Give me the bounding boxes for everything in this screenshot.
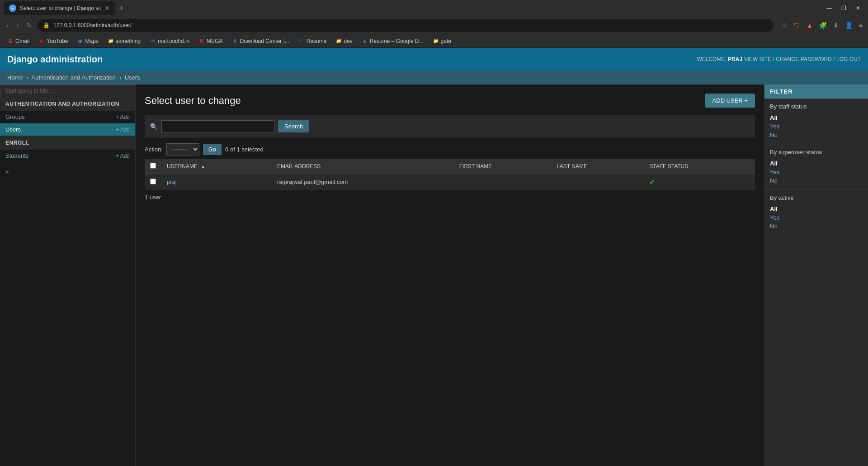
sidebar-item-groups[interactable]: Groups + Add: [0, 111, 135, 123]
sidebar-students-add[interactable]: + Add: [116, 153, 130, 159]
sidebar-students-link[interactable]: Students: [5, 152, 28, 159]
selected-count: 0 of 1 selected: [225, 146, 264, 153]
bookmark-maps-label: Maps: [85, 38, 99, 44]
filter-active-all[interactable]: All: [770, 205, 863, 213]
browser-toolbar: ‹ › ↻ 🔒 127.0.0.1:8000/admin/auth/user/ …: [0, 16, 868, 34]
breadcrumb-auth[interactable]: Authentication and Authorization: [32, 74, 116, 81]
minimize-btn[interactable]: —: [823, 2, 835, 14]
row-checkbox-cell[interactable]: [145, 174, 161, 190]
action-row: Action: -------- Go 0 of 1 selected: [145, 143, 755, 155]
bookmark-maps[interactable]: ◉ Maps: [74, 37, 102, 45]
result-count: 1 user: [145, 194, 755, 201]
add-user-button[interactable]: ADD USER +: [705, 94, 755, 108]
log-out-link[interactable]: LOG OUT: [836, 56, 861, 62]
sidebar-filter-input[interactable]: [0, 85, 135, 97]
content-area: Select user to change ADD USER + 🔍 Searc…: [136, 85, 764, 466]
sidebar-groups-link[interactable]: Groups: [5, 113, 25, 120]
bookmark-gate[interactable]: 📁 gate: [429, 37, 455, 45]
row-lastname-cell: [551, 174, 644, 190]
table-header-row: USERNAME ▲ EMAIL ADDRESS FIRST NAME LAST…: [145, 159, 755, 174]
browser-titlebar: ● Select user to change | Django sit ✕ +…: [0, 0, 868, 16]
bookmark-mega[interactable]: M MEGA: [195, 37, 226, 45]
main-content: AUTHENTICATION AND AUTHORIZATION Groups …: [0, 85, 868, 466]
sidebar-collapse-btn[interactable]: «: [4, 166, 11, 177]
sidebar-item-students[interactable]: Students + Add: [0, 150, 135, 162]
bookmark-downloadcenter[interactable]: A Download Center |...: [228, 37, 293, 45]
bookmark-youtube[interactable]: ▶ YouTube: [35, 37, 71, 45]
reload-btn[interactable]: ↻: [24, 20, 35, 31]
sidebar-item-users[interactable]: Users + Add: [0, 123, 135, 136]
th-lastname: LAST NAME: [551, 159, 644, 174]
breadcrumb-sep-1: ›: [26, 74, 28, 81]
search-icon: 🔍: [150, 123, 158, 130]
row-firstname-cell: [454, 174, 551, 190]
filter-staff-all[interactable]: All: [770, 113, 863, 122]
action-select[interactable]: --------: [166, 143, 199, 155]
tab-title: Select user to change | Django sit: [20, 5, 101, 11]
filter-superuser-yes[interactable]: Yes: [770, 168, 863, 176]
select-all-checkbox[interactable]: [150, 163, 156, 169]
sidebar-users-add[interactable]: + Add: [116, 127, 130, 133]
filter-active-no[interactable]: No: [770, 222, 863, 231]
active-tab[interactable]: ● Select user to change | Django sit ✕: [4, 1, 115, 15]
action-label: Action:: [145, 146, 163, 153]
th-select-all[interactable]: [145, 159, 161, 174]
row-checkbox[interactable]: [150, 179, 156, 184]
page-title: Select user to change: [145, 95, 241, 107]
sidebar-section-auth: AUTHENTICATION AND AUTHORIZATION: [0, 97, 135, 111]
bookmark-resumegoogle[interactable]: ▲ Resume – Google D...: [358, 37, 427, 45]
tab-close-btn[interactable]: ✕: [104, 5, 110, 12]
extensions-icon[interactable]: 🧩: [817, 20, 829, 31]
browser-toolbar-icons: ☆ 🛡 ▲ 🧩 ⬇ 👤 ≡: [780, 20, 864, 31]
maximize-btn[interactable]: ❐: [837, 2, 850, 14]
bookmark-mailcuchd-label: mail.cuchd.in: [158, 38, 189, 44]
filter-staff-no[interactable]: No: [770, 131, 863, 139]
filter-section-active: By active All Yes No: [764, 190, 868, 235]
lock-icon: 🔒: [43, 22, 50, 28]
bookmark-mailcuchd[interactable]: ✉ mail.cuchd.in: [146, 37, 193, 45]
downloads-icon[interactable]: ⬇: [831, 20, 840, 31]
filter-staff-yes[interactable]: Yes: [770, 122, 863, 131]
th-username[interactable]: USERNAME ▲: [161, 159, 272, 174]
filter-active-yes[interactable]: Yes: [770, 213, 863, 222]
profile-icon[interactable]: 👤: [843, 20, 854, 31]
page: Django administration WELCOME, PRAJ VIEW…: [0, 48, 868, 466]
view-site-link[interactable]: VIEW SITE: [744, 56, 771, 62]
downloadcenter-icon: A: [232, 38, 238, 44]
bookmark-resume-label: Resume: [307, 38, 327, 44]
bookmark-gmail[interactable]: G Gmail: [4, 37, 33, 45]
filter-header: FILTER: [764, 85, 868, 99]
search-input[interactable]: [161, 120, 274, 132]
filter-staff-title: By staff status: [770, 103, 863, 110]
bookmark-dev[interactable]: 📁 dev: [332, 37, 356, 45]
bookmark-resume[interactable]: P Resume: [295, 37, 330, 45]
sidebar: AUTHENTICATION AND AUTHORIZATION Groups …: [0, 85, 136, 466]
filter-superuser-no[interactable]: No: [770, 176, 863, 185]
menu-icon[interactable]: ≡: [857, 20, 864, 31]
change-password-link[interactable]: CHANGE PASSWORD: [776, 56, 832, 62]
breadcrumb: Home › Authentication and Authorization …: [0, 71, 868, 85]
back-btn[interactable]: ‹: [4, 20, 11, 31]
brave-shield-icon[interactable]: 🛡: [792, 20, 802, 31]
sidebar-groups-add[interactable]: + Add: [116, 114, 130, 120]
bookmarks-bar: G Gmail ▶ YouTube ◉ Maps 📁 something ✉ m…: [0, 34, 868, 48]
new-tab-btn[interactable]: +: [115, 4, 127, 13]
bookmark-something[interactable]: 📁 something: [104, 37, 144, 45]
django-user-nav: WELCOME, PRAJ VIEW SITE / CHANGE PASSWOR…: [697, 56, 861, 62]
sidebar-users-link[interactable]: Users: [5, 126, 21, 133]
close-btn[interactable]: ✕: [852, 2, 864, 14]
brave-rewards-icon[interactable]: ▲: [805, 20, 815, 31]
forward-btn[interactable]: ›: [14, 20, 22, 31]
filter-superuser-all[interactable]: All: [770, 159, 863, 168]
th-firstname: FIRST NAME: [454, 159, 551, 174]
address-bar[interactable]: 🔒 127.0.0.1:8000/admin/auth/user/: [38, 19, 774, 32]
search-button[interactable]: Search: [278, 120, 309, 132]
bookmark-icon[interactable]: ☆: [780, 20, 789, 31]
tab-favicon: ●: [9, 5, 16, 12]
filter-section-staff: By staff status All Yes No: [764, 99, 868, 144]
nav-separator-2: /: [773, 56, 774, 62]
go-button[interactable]: Go: [203, 144, 222, 155]
user-link[interactable]: praj: [167, 179, 177, 185]
breadcrumb-home[interactable]: Home: [7, 74, 23, 81]
browser-tabs: ● Select user to change | Django sit ✕ +: [4, 1, 816, 15]
